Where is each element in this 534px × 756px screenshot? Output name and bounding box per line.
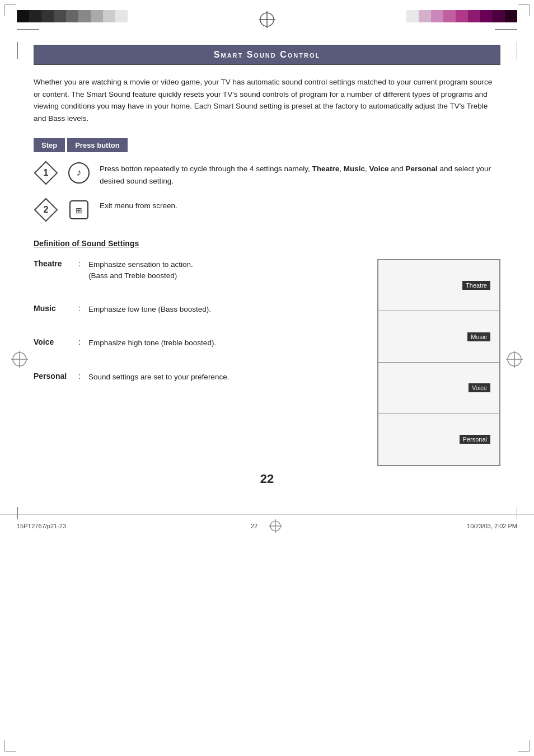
page-number: 22 <box>34 472 500 486</box>
def-term-theatre: Theatre <box>34 259 78 268</box>
def-colon-personal: : <box>78 372 88 381</box>
strip-block <box>115 10 128 22</box>
step-row-2: 2 ⊞ Exit menu from screen. <box>34 198 500 222</box>
strip-block <box>468 10 480 22</box>
tv-screen: Theatre Music Voice Personal <box>377 259 500 466</box>
tv-label-voice: Voice <box>469 383 490 392</box>
def-colon-voice: : <box>78 337 88 346</box>
svg-text:⊞: ⊞ <box>76 206 82 215</box>
def-row-theatre: Theatre : Emphasize sensation to action.… <box>34 259 366 282</box>
def-term-voice: Voice <box>34 337 78 346</box>
def-colon-music: : <box>78 304 88 313</box>
strip-block <box>505 10 517 22</box>
strip-block <box>41 10 54 22</box>
left-crosshair <box>11 351 28 369</box>
svg-text:1: 1 <box>44 168 49 177</box>
right-crosshair <box>506 351 523 369</box>
footer-crosshair <box>269 519 282 533</box>
footer-center-text: 22 <box>251 523 257 529</box>
title-box: Smart Sound Control <box>34 45 500 65</box>
step-1-diamond: 1 <box>34 161 58 185</box>
tv-screen-panel: Theatre Music Voice Personal <box>377 259 500 466</box>
strip-block <box>493 10 505 22</box>
definition-section: Theatre : Emphasize sensation to action.… <box>34 259 500 466</box>
color-strip-left <box>17 10 128 22</box>
strip-block <box>406 10 419 22</box>
strip-block <box>443 10 456 22</box>
press-button-label: Press button <box>67 138 127 152</box>
def-desc-voice: Emphasize high tone (treble boosted). <box>88 337 216 349</box>
strip-block <box>78 10 91 22</box>
tv-label-personal: Personal <box>460 435 490 444</box>
step-header-row: Step Press button <box>34 138 500 152</box>
intro-paragraph: Whether you are watching a movie or vide… <box>34 76 500 124</box>
strip-block <box>66 10 78 22</box>
tv-row-personal: Personal <box>378 414 499 465</box>
step-2-text: Exit menu from screen. <box>100 198 500 212</box>
strip-block <box>456 10 468 22</box>
corner-bl <box>4 740 16 752</box>
step-label: Step <box>34 138 65 152</box>
def-list: Theatre : Emphasize sensation to action.… <box>34 259 366 466</box>
footer-right-text: 10/23/03, 2:02 PM <box>467 523 517 529</box>
header-crosshair <box>259 11 275 28</box>
vert-line-left <box>17 42 18 59</box>
step-1-text: Press botton repeatedly to cycle through… <box>100 161 500 187</box>
svg-text:♪: ♪ <box>77 167 82 178</box>
tv-row-voice: Voice <box>378 363 499 414</box>
svg-text:2: 2 <box>44 205 49 214</box>
page-title: Smart Sound Control <box>45 50 489 60</box>
border-line-tr <box>495 29 517 30</box>
strip-block <box>17 10 29 22</box>
def-desc-theatre: Emphasize sensation to action.(Bass and … <box>88 259 193 282</box>
footer: 15PT2767/p21-23 22 10/23/03, 2:02 PM <box>0 514 534 537</box>
tv-row-music: Music <box>378 311 499 363</box>
def-desc-personal: Sound settings are set to your preferenc… <box>88 372 229 383</box>
strip-block <box>103 10 115 22</box>
tv-row-theatre: Theatre <box>378 260 499 312</box>
def-term-personal: Personal <box>34 372 78 381</box>
def-desc-music: Emphasize low tone (Bass boosted). <box>88 304 211 315</box>
steps-section: Step Press button 1 ♪ Press botton repea… <box>34 138 500 222</box>
step-2-diamond: 2 <box>34 198 58 222</box>
corner-br <box>518 740 530 752</box>
tv-label-music: Music <box>467 332 490 341</box>
def-term-music: Music <box>34 304 78 313</box>
def-row-voice: Voice : Emphasize high tone (treble boos… <box>34 337 366 349</box>
vert-line-right <box>517 42 518 59</box>
header-area <box>0 0 534 39</box>
footer-vline-right <box>517 507 518 519</box>
footer-left-text: 15PT2767/p21-23 <box>17 523 66 529</box>
color-strip-right <box>406 10 517 22</box>
border-line-tl <box>17 29 39 30</box>
definition-title: Definition of Sound Settings <box>34 239 500 248</box>
def-row-personal: Personal : Sound settings are set to you… <box>34 372 366 383</box>
def-row-music: Music : Emphasize low tone (Bass boosted… <box>34 304 366 315</box>
def-colon-theatre: : <box>78 259 88 268</box>
tv-label-theatre: Theatre <box>462 281 490 290</box>
strip-block <box>431 10 443 22</box>
strip-block <box>29 10 41 22</box>
footer-vline-left <box>17 507 18 519</box>
music-note-button: ♪ <box>67 161 91 185</box>
definition-wrapper: Definition of Sound Settings Theatre : E… <box>34 239 500 466</box>
strip-block <box>480 10 493 22</box>
strip-block <box>54 10 66 22</box>
step-row-1: 1 ♪ Press botton repeatedly to cycle thr… <box>34 161 500 187</box>
exit-button: ⊞ <box>67 198 91 222</box>
main-content: Smart Sound Control Whether you are watc… <box>0 39 534 503</box>
strip-block <box>91 10 103 22</box>
strip-block <box>419 10 431 22</box>
